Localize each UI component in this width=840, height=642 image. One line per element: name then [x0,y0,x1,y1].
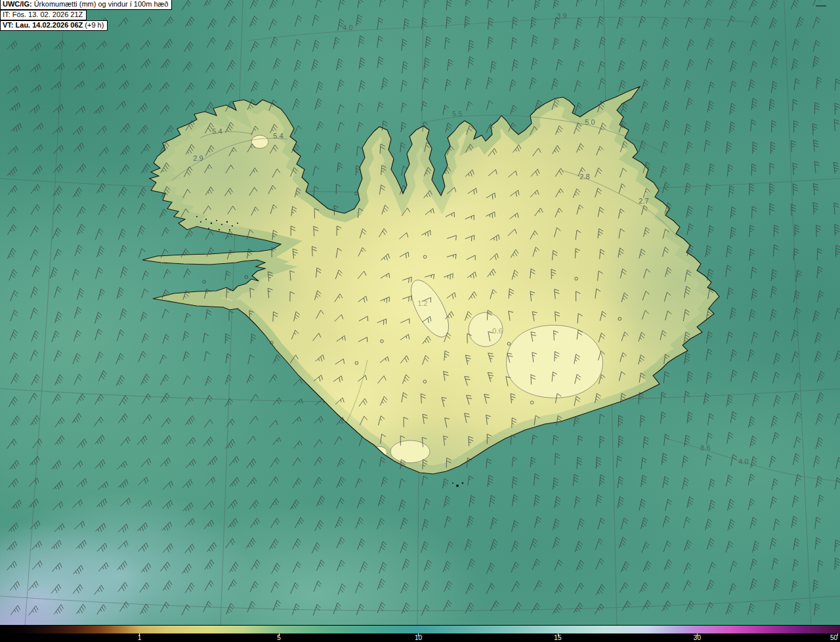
colorbar: 1510153050 [0,625,840,642]
contour-label: 4.0 [343,24,352,32]
contour-label: 5.4 [212,127,222,135]
contour-label: 3.9 [556,12,566,20]
contour-label: 5.0 [585,118,595,126]
colorbar-tick-label: 15 [554,634,561,641]
init-time-row: IT: Fös. 13. 02. 2026 21Z [0,10,87,20]
contour-label: 4.0 [738,458,748,465]
model-name: UWC/IG: [3,0,32,8]
colorbar-tick-label: 5 [277,634,281,641]
contour-label: 8.6 [700,444,710,452]
title-box: UWC/IG: Úrkomumætti (mm) og vindur í 100… [0,0,172,32]
weather-map: 4.03.95.55.05.45.42.92.82.71.20.68.64.0 [0,0,840,642]
colorbar-tick-label: 50 [830,634,837,641]
colorbar-tick-label: 30 [694,634,701,641]
product-title: Úrkomumætti (mm) og vindur í 100m hæð [32,0,169,8]
glacier-vatnajokull [507,325,603,398]
contour-label: 1.2 [417,299,427,307]
forecast-offset: (+9 h) [83,21,104,29]
valid-time-row: VT: Lau. 14.02.2026 06Z (+9 h) [0,20,108,31]
contour-label: 0.6 [492,327,502,335]
contour-label: 2.7 [639,197,648,205]
contour-label: 5.5 [452,110,462,118]
valid-time: VT: Lau. 14.02.2026 06Z [3,21,83,29]
colorbar-tick-label: 10 [415,634,422,641]
colorbar-tick-label: 1 [138,634,142,641]
init-time: IT: Fös. 13. 02. 2026 21Z [3,11,83,18]
weather-map-page: 4.03.95.55.05.45.42.92.82.71.20.68.64.0 … [0,0,840,642]
glacier-myrdalsjokull [390,440,430,463]
colorbar-ticks: 1510153050 [0,633,840,642]
colorbar-tickmark [837,633,838,636]
product-title-row: UWC/IG: Úrkomumætti (mm) og vindur í 100… [0,0,172,10]
contour-label: 2.8 [579,173,589,181]
contour-label: 2.9 [193,154,203,162]
contour-label: 5.4 [273,132,283,140]
